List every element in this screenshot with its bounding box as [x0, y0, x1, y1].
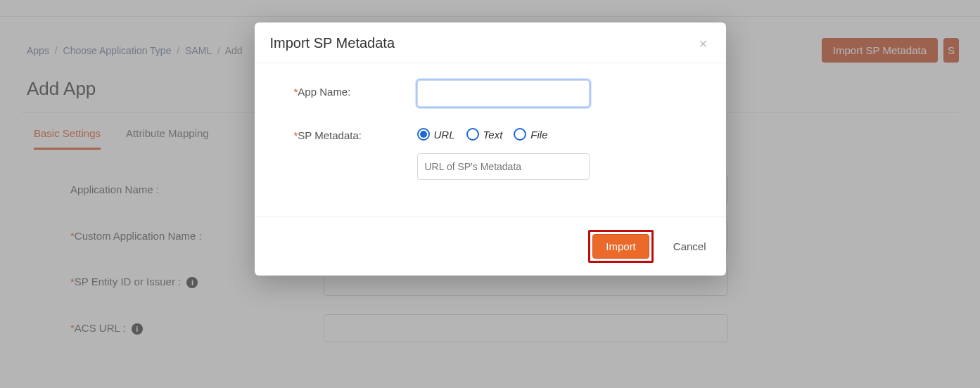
sp-metadata-url-field[interactable]: [417, 153, 590, 180]
import-sp-metadata-modal: Import SP Metadata × *App Name: *SP Meta…: [255, 22, 726, 276]
close-icon[interactable]: ×: [696, 37, 711, 51]
modal-sp-metadata-label: *SP Metadata:: [294, 124, 417, 141]
modal-app-name-label: *App Name:: [294, 80, 417, 98]
radio-text[interactable]: Text: [466, 128, 503, 141]
sp-metadata-radio-group: URL Text File: [417, 124, 701, 141]
import-highlight: Import: [588, 230, 654, 263]
radio-url[interactable]: URL: [417, 128, 455, 141]
import-button[interactable]: Import: [592, 234, 649, 259]
radio-file[interactable]: File: [514, 128, 547, 141]
modal-title: Import SP Metadata: [270, 35, 696, 51]
cancel-button[interactable]: Cancel: [669, 240, 711, 253]
modal-overlay: Import SP Metadata × *App Name: *SP Meta…: [0, 0, 980, 388]
modal-app-name-field[interactable]: [417, 80, 590, 107]
